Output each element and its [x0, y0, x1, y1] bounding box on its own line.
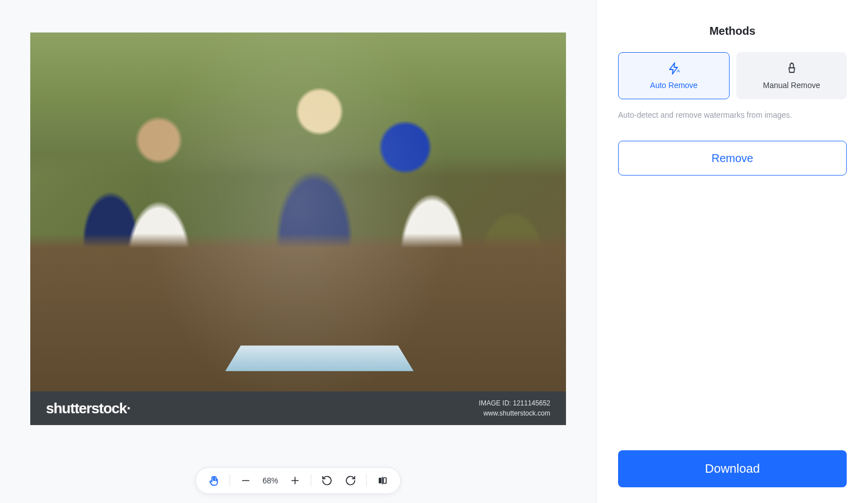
- svg-rect-3: [379, 478, 382, 483]
- zoom-in-button[interactable]: [285, 470, 305, 491]
- sidebar-title: Methods: [618, 25, 847, 38]
- compare-icon: [377, 475, 388, 486]
- watermark-image-id: IMAGE ID: 1211145652: [479, 398, 550, 408]
- watermark-logo: shutterstock·: [46, 400, 130, 417]
- redo-icon: [345, 475, 356, 486]
- image-canvas[interactable]: shutterstock· IMAGE ID: 1211145652 www.s…: [30, 33, 566, 425]
- method-selector: A Auto Remove Manual Remove: [618, 52, 847, 99]
- compare-button[interactable]: [373, 470, 393, 491]
- toolbar-separator: [366, 474, 367, 487]
- pan-tool-button[interactable]: [204, 470, 224, 491]
- watermark-bar: shutterstock· IMAGE ID: 1211145652 www.s…: [30, 391, 566, 425]
- toolbar-separator: [230, 474, 230, 487]
- redo-button[interactable]: [341, 470, 361, 491]
- watermark-meta: IMAGE ID: 1211145652 www.shutterstock.co…: [479, 398, 550, 418]
- zoom-out-button[interactable]: [236, 470, 256, 491]
- svg-rect-4: [383, 478, 386, 483]
- watermark-logo-text: shutterstock: [46, 400, 127, 417]
- auto-icon: A: [667, 62, 681, 75]
- plus-icon: [290, 475, 301, 486]
- minus-icon: [240, 475, 252, 486]
- canvas-toolbar: 68%: [196, 467, 401, 494]
- editor-canvas-area: shutterstock· IMAGE ID: 1211145652 www.s…: [0, 0, 596, 503]
- method-manual-remove[interactable]: Manual Remove: [736, 52, 847, 99]
- svg-text:A: A: [677, 68, 680, 73]
- method-auto-remove[interactable]: A Auto Remove: [618, 52, 730, 99]
- manual-icon: [785, 62, 799, 75]
- sidebar-panel: Methods A Auto Remove Manual Remove Auto…: [596, 0, 868, 503]
- download-button[interactable]: Download: [618, 450, 847, 487]
- undo-button[interactable]: [317, 470, 337, 491]
- method-label: Manual Remove: [763, 81, 820, 90]
- zoom-level: 68%: [259, 476, 282, 485]
- hand-icon: [208, 475, 220, 486]
- preview-image: [30, 33, 566, 391]
- toolbar-separator: [311, 474, 312, 487]
- watermark-site: www.shutterstock.com: [479, 408, 550, 418]
- method-label: Auto Remove: [650, 81, 698, 90]
- method-description: Auto-detect and remove watermarks from i…: [618, 110, 847, 119]
- undo-icon: [322, 475, 333, 486]
- remove-button[interactable]: Remove: [618, 141, 847, 176]
